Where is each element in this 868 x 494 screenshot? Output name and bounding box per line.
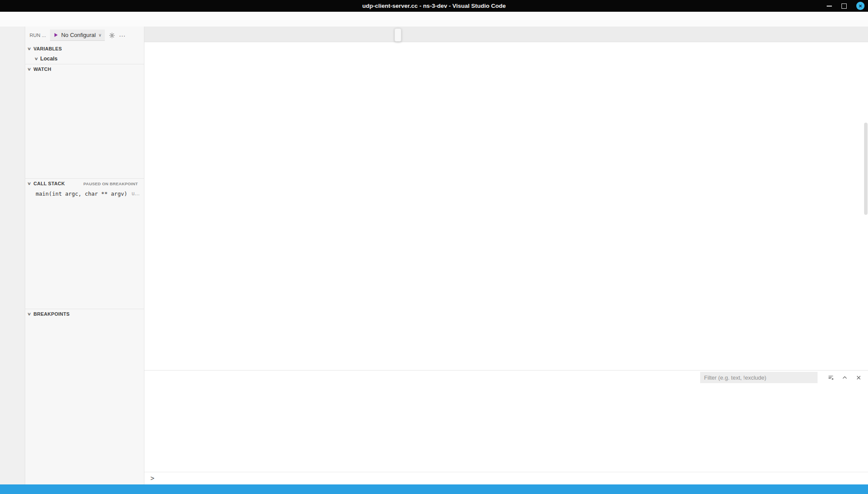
- clear-console-icon[interactable]: [828, 374, 834, 381]
- chevron-down-icon: ∨: [27, 67, 32, 71]
- maximize-panel-icon[interactable]: [841, 374, 848, 381]
- debug-toolbar: [394, 28, 401, 42]
- call-stack-frame[interactable]: main(int argc, char ** argv) u…: [25, 188, 144, 199]
- run-header-label: RUN ...: [30, 33, 46, 38]
- editor-tab-bar: [144, 27, 868, 42]
- call-stack-section-header[interactable]: ∨ CALL STACK PAUSED ON BREAKPOINT: [25, 178, 144, 188]
- chevron-down-icon: ∨: [34, 57, 38, 61]
- chevron-down-icon: ∨: [27, 47, 32, 51]
- call-stack-empty-body: [25, 199, 144, 309]
- chevron-down-icon: ∨: [98, 33, 101, 37]
- debug-config-dropdown[interactable]: No Configural ∨: [50, 30, 105, 41]
- console-filter-input[interactable]: Filter (e.g. text, !exclude): [700, 372, 818, 383]
- minimap[interactable]: [808, 53, 864, 370]
- breakpoints-section-header[interactable]: ∨ BREAKPOINTS: [25, 309, 144, 319]
- close-button-icon[interactable]: ×: [856, 2, 865, 10]
- run-panel-header: RUN ... No Configural ∨ ···: [25, 27, 144, 44]
- debug-config-label: No Configural: [61, 32, 96, 38]
- window-title: udp-client-server.cc - ns-3-dev - Visual…: [0, 0, 868, 12]
- paused-status-badge: PAUSED ON BREAKPOINT: [83, 181, 141, 186]
- editor-group: Filter (e.g. text, !exclude) >: [144, 27, 868, 484]
- code-editor[interactable]: [144, 53, 868, 370]
- chevron-down-icon: ∨: [27, 181, 32, 186]
- filter-placeholder: Filter (e.g. text, !exclude): [704, 374, 766, 381]
- close-panel-icon[interactable]: [855, 374, 862, 381]
- debug-console-input[interactable]: >: [144, 472, 868, 484]
- variables-section-header[interactable]: ∨ VARIABLES: [25, 44, 144, 53]
- variables-group-locals[interactable]: ∨ Locals: [25, 53, 144, 64]
- editor-scrollbar[interactable]: [864, 123, 868, 215]
- title-bar: udp-client-server.cc - ns-3-dev - Visual…: [0, 0, 868, 12]
- menu-bar: [0, 12, 868, 27]
- debug-side-panel: RUN ... No Configural ∨ ··· ∨ VARIABLES …: [25, 27, 144, 484]
- prompt-chevron: >: [150, 474, 154, 482]
- main-layout: RUN ... No Configural ∨ ··· ∨ VARIABLES …: [0, 27, 868, 484]
- more-actions-icon[interactable]: ···: [119, 32, 126, 39]
- vscode-window: { "window": { "title": "udp-client-serve…: [0, 0, 868, 494]
- breadcrumb[interactable]: [144, 42, 868, 53]
- watch-empty-body: [25, 74, 144, 178]
- status-bar: [0, 484, 868, 494]
- debug-console-output[interactable]: [158, 385, 790, 472]
- watch-section-header[interactable]: ∨ WATCH: [25, 64, 144, 74]
- activity-bar: [0, 27, 25, 484]
- minimize-button-icon[interactable]: [827, 6, 832, 7]
- panel-actions: Filter (e.g. text, !exclude): [700, 372, 862, 383]
- chevron-down-icon: ∨: [27, 312, 32, 316]
- gear-icon[interactable]: [109, 32, 115, 39]
- bottom-panel: Filter (e.g. text, !exclude) >: [144, 370, 868, 484]
- maximize-button-icon[interactable]: [841, 3, 847, 9]
- debug-play-icon: [53, 32, 59, 38]
